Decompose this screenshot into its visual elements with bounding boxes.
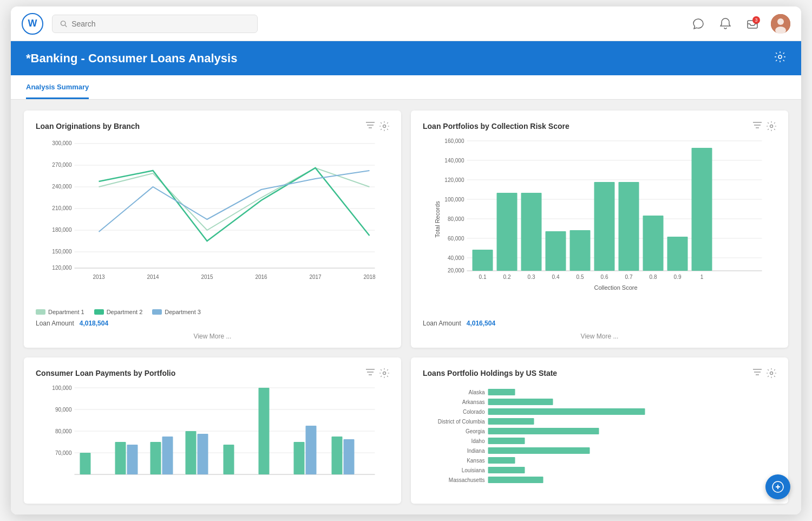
svg-text:120,000: 120,000 [444,177,464,183]
filter-icon-2[interactable] [752,121,762,130]
svg-point-4 [777,18,784,25]
search-input[interactable] [71,19,250,28]
chart-actions[interactable] [365,121,389,131]
horizontal-bar-chart: Alaska Arkansas Colorado District of Col… [423,382,776,504]
legend-dept3: Department 3 [152,309,201,315]
loan-amount-value: 4,018,504 [80,320,108,327]
filter-icon-4[interactable] [752,368,762,377]
svg-rect-55 [497,193,518,271]
chart-gear-icon[interactable] [379,121,389,131]
svg-text:80,000: 80,000 [448,216,464,222]
chart-actions-3[interactable] [365,368,389,378]
page-title: *Banking - Consumer Loans Analysis [26,51,237,66]
svg-rect-113 [488,418,534,425]
legend-dept2: Department 2 [94,309,143,315]
chart-title-4: Loans Portfolio Holdings by US State [423,369,557,377]
svg-text:210,000: 210,000 [52,205,72,211]
nav-right-actions: 3 [690,14,790,34]
svg-text:0.2: 0.2 [503,274,511,280]
chart-legend: Department 1 Department 2 Department 3 [36,309,389,315]
chart-actions-2[interactable] [752,121,776,131]
chart-gear-icon-2[interactable] [767,121,776,131]
svg-rect-123 [488,467,525,473]
svg-rect-96 [224,445,234,474]
svg-text:2014: 2014 [147,274,159,280]
bar-chart: Total Records 160,000 140,000 120,000 [423,135,776,317]
loan-amount-value-2: 4,016,504 [467,320,495,327]
svg-rect-91 [127,445,138,474]
tab-analysis-summary[interactable]: Analysis Summary [26,75,89,99]
loan-originations-card: Loan Originations by Branch [24,110,401,348]
fab-button[interactable] [765,474,790,499]
svg-text:150,000: 150,000 [52,249,72,255]
chat-icon[interactable] [690,15,707,32]
svg-text:90,000: 90,000 [55,407,72,413]
svg-text:270,000: 270,000 [52,162,72,168]
legend-label-dept2: Department 2 [107,309,143,315]
svg-text:Georgia: Georgia [466,428,485,434]
view-more-link-2[interactable]: View More ... [423,333,776,340]
inbox-icon[interactable]: 3 [744,15,761,32]
svg-text:20,000: 20,000 [448,268,464,273]
svg-rect-121 [488,457,515,464]
chart-actions-4[interactable] [752,368,776,378]
svg-text:District of Columbia: District of Columbia [438,419,485,425]
workday-fab-icon [771,480,784,493]
svg-text:120,000: 120,000 [52,265,72,271]
tabs-bar: Analysis Summary [11,75,801,100]
svg-text:80,000: 80,000 [55,428,72,434]
svg-text:Massachusetts: Massachusetts [449,477,485,483]
svg-rect-94 [186,431,197,474]
svg-rect-62 [667,237,688,271]
svg-text:0.1: 0.1 [479,274,487,280]
svg-rect-60 [619,182,639,271]
svg-text:140,000: 140,000 [444,158,464,164]
svg-text:2016: 2016 [255,274,267,280]
svg-text:Louisiana: Louisiana [462,467,485,473]
svg-rect-93 [162,437,173,474]
legend-dept1: Department 1 [36,309,84,315]
loans-portfolio-holdings-card: Loans Portfolio Holdings by US State [411,357,788,504]
svg-rect-107 [488,389,515,395]
svg-text:0.3: 0.3 [528,274,535,280]
user-avatar[interactable] [771,14,790,34]
chart-header-3: Consumer Loan Payments by Portfolio [36,368,389,378]
legend-label-dept1: Department 1 [48,309,84,315]
consumer-loan-payments-card: Consumer Loan Payments by Portfolio [24,357,401,504]
loan-amount-label-2: Loan Amount [423,320,461,327]
svg-text:0.5: 0.5 [577,274,584,280]
svg-rect-58 [570,230,591,271]
consumer-loan-bar-chart: 100,000 90,000 80,000 70,000 [36,382,389,504]
line-chart-svg: 300,000 270,000 240,000 210,000 180,000 … [36,135,389,292]
svg-rect-95 [198,434,208,474]
chart-gear-icon-3[interactable] [379,368,389,378]
svg-rect-98 [294,442,305,474]
view-more-link[interactable]: View More ... [36,333,389,340]
settings-icon[interactable] [774,51,786,66]
chart-header-2: Loan Portfolios by Collection Risk Score [423,121,776,131]
loan-amount-row-2: Loan Amount 4,016,504 [423,320,776,327]
svg-text:0.7: 0.7 [625,274,633,280]
svg-text:1: 1 [700,274,704,280]
svg-rect-97 [259,388,270,474]
svg-text:0.8: 0.8 [650,274,657,280]
filter-icon[interactable] [365,121,375,130]
loan-amount-row: Loan Amount 4,018,504 [36,320,389,327]
svg-text:2013: 2013 [93,274,105,280]
svg-text:40,000: 40,000 [448,255,464,261]
legend-swatch-dept3 [152,309,162,315]
svg-text:240,000: 240,000 [52,184,72,190]
svg-rect-117 [488,438,525,444]
app-logo[interactable]: W [22,13,43,35]
svg-text:2015: 2015 [201,274,213,280]
svg-rect-119 [488,447,590,454]
bell-icon[interactable] [717,15,734,32]
chart-gear-icon-4[interactable] [767,368,776,378]
hbar-svg: Alaska Arkansas Colorado District of Col… [423,382,776,502]
search-bar[interactable] [52,15,258,33]
filter-icon-3[interactable] [365,368,375,377]
svg-rect-90 [115,442,126,474]
svg-text:100,000: 100,000 [52,385,72,391]
svg-text:Collection Score: Collection Score [594,284,637,291]
chart-title-2: Loan Portfolios by Collection Risk Score [423,122,569,131]
